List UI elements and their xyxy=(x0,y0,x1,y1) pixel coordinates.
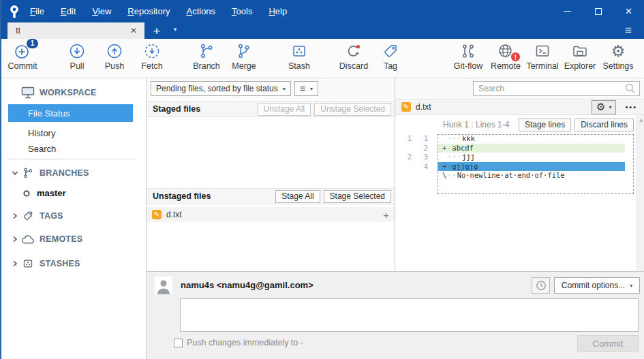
sidebar: WORKSPACE File Status History Search BRA… xyxy=(1,78,147,359)
chevron-right-icon[interactable] xyxy=(10,236,20,243)
discard-lines-button[interactable]: Discard lines xyxy=(574,119,634,131)
content-area: Pending files, sorted by file status ▾ ≡… xyxy=(147,78,644,359)
menu-view[interactable]: View xyxy=(92,6,111,16)
menu-repository[interactable]: Repository xyxy=(127,6,170,16)
commit-history-clock-button[interactable] xyxy=(532,277,550,294)
push-immediately-row: Push changes immediately to - xyxy=(174,338,303,347)
toolbar-remote-button[interactable]: ! Remote xyxy=(486,42,525,76)
menu-actions[interactable]: Actions xyxy=(186,6,215,16)
file-status-pane: Pending files, sorted by file status ▾ ≡… xyxy=(147,78,395,271)
toolbar-terminal-button[interactable]: Terminal xyxy=(523,42,562,76)
toolbar-settings-button[interactable]: ⚙ Settings xyxy=(598,42,638,76)
discard-icon xyxy=(343,42,364,61)
stash-icon xyxy=(289,42,309,61)
toolbar-fetch-button[interactable]: Fetch xyxy=(132,42,172,76)
sidebar-item-search[interactable]: Search xyxy=(8,141,133,156)
tab-title: tt xyxy=(16,26,128,35)
diff-body: Hunk 1 : Lines 1-4 Stage lines Discard l… xyxy=(395,115,644,271)
toolbar-stash-button[interactable]: Stash xyxy=(279,42,319,76)
diff-line[interactable]: 2 +·abcdf xyxy=(395,144,637,153)
chevron-down-icon: ▾ xyxy=(609,104,611,110)
toolbar-branch-button[interactable]: Branch xyxy=(187,42,226,76)
terminal-icon xyxy=(532,42,553,61)
stage-selected-button[interactable]: Stage Selected xyxy=(324,190,391,203)
search-input[interactable] xyxy=(474,84,624,93)
staged-files-list[interactable] xyxy=(147,118,395,188)
avatar xyxy=(155,277,172,294)
toolbar-commit-button[interactable]: 1 Commit xyxy=(3,42,42,76)
stage-all-button[interactable]: Stage All xyxy=(275,190,320,203)
commit-author: namu4s <namu4g@gamil.com> xyxy=(181,277,313,294)
close-icon: ✕ xyxy=(625,6,632,16)
window-controls: ✕ xyxy=(552,0,644,22)
menu-help[interactable]: Help xyxy=(269,6,287,16)
toolbar: 1 Commit Pull Push Fetch Br xyxy=(1,39,644,78)
maximize-button[interactable] xyxy=(583,0,613,22)
toolbar-discard-button[interactable]: Discard xyxy=(334,42,373,76)
tab-close-icon[interactable]: ✕ xyxy=(128,26,139,35)
push-immediately-checkbox[interactable] xyxy=(174,339,183,347)
merge-icon xyxy=(234,42,254,61)
diff-options-gear-button[interactable]: ⚙ ▾ xyxy=(592,100,616,114)
diff-pane: ✎ d.txt ⚙ ▾ ••• Hunk 1 : Lines 1-4 Stage… xyxy=(395,78,644,271)
sourcetree-window: File Edit View Repository Actions Tools … xyxy=(0,0,644,359)
view-mode-dropdown[interactable]: ≡ ▾ xyxy=(294,81,318,96)
clock-icon xyxy=(536,280,547,291)
toolbar-explorer-button[interactable]: Explorer xyxy=(560,42,600,76)
commit-submit-button[interactable]: Commit xyxy=(577,335,639,352)
toolbar-gitflow-button[interactable]: Git-flow xyxy=(448,42,488,76)
fetch-icon xyxy=(142,42,162,61)
toolbar-push-button[interactable]: Push xyxy=(95,42,134,76)
chevron-down-icon[interactable] xyxy=(10,170,20,176)
commit-icon: 1 xyxy=(12,42,33,61)
diff-line[interactable]: 1 1 ···kkk xyxy=(395,134,637,144)
toolbar-tag-button[interactable]: Tag xyxy=(371,42,410,76)
sidebar-item-file-status[interactable]: File Status xyxy=(8,104,133,122)
chevron-right-icon[interactable] xyxy=(10,260,20,267)
more-options-icon[interactable]: ••• xyxy=(625,103,637,111)
gear-icon: ⚙ xyxy=(596,101,605,113)
chevron-right-icon[interactable] xyxy=(10,213,20,219)
diff-line[interactable]: 2 3 ···jjj xyxy=(395,153,637,162)
branches-icon xyxy=(20,167,35,179)
sidebar-branch-master[interactable]: master xyxy=(1,188,146,198)
diff-line[interactable]: \··No·newline·at·end·of·file xyxy=(395,171,637,181)
tab-list-chevron-icon[interactable]: ▾ xyxy=(170,26,180,35)
stage-file-plus-icon[interactable]: + xyxy=(383,209,389,221)
close-button[interactable]: ✕ xyxy=(613,0,644,22)
diff-line-selected[interactable]: 4 +·gjjgjg xyxy=(395,162,637,172)
modified-file-icon: ✎ xyxy=(401,102,411,112)
pull-icon xyxy=(67,42,87,61)
unstage-all-button[interactable]: Unstage All xyxy=(258,103,311,116)
toolbar-pull-button[interactable]: Pull xyxy=(57,42,97,76)
hamburger-menu-icon[interactable]: ≡ xyxy=(619,24,637,37)
staged-files-header: Staged files Unstage All Unstage Selecte… xyxy=(147,101,395,117)
pending-files-dropdown[interactable]: Pending files, sorted by file status ▾ xyxy=(151,81,291,96)
sidebar-section-branches[interactable]: BRANCHES xyxy=(1,167,146,179)
tags-icon xyxy=(20,210,35,222)
sidebar-workspace-header[interactable]: WORKSPACE xyxy=(1,87,146,99)
diff-scrollbar[interactable]: ▲ xyxy=(637,115,644,271)
menu-bar: File Edit View Repository Actions Tools … xyxy=(30,6,287,16)
sidebar-divider xyxy=(7,159,136,159)
menu-edit[interactable]: Edit xyxy=(61,6,76,16)
toolbar-merge-button[interactable]: Merge xyxy=(224,42,264,76)
commit-message-input[interactable] xyxy=(180,298,639,332)
chevron-down-icon: ▾ xyxy=(283,86,286,92)
unstage-selected-button[interactable]: Unstage Selected xyxy=(314,103,391,116)
repo-tab[interactable]: tt ✕ xyxy=(7,22,144,39)
sidebar-item-history[interactable]: History xyxy=(8,125,133,140)
search-icon xyxy=(624,82,637,95)
new-tab-button[interactable]: + xyxy=(149,24,165,37)
menu-tools[interactable]: Tools xyxy=(232,6,252,16)
sidebar-section-tags[interactable]: TAGS xyxy=(1,210,146,222)
menu-file[interactable]: File xyxy=(30,6,44,16)
git-flow-icon xyxy=(458,42,478,61)
minimize-button[interactable] xyxy=(552,0,583,22)
scroll-up-icon[interactable]: ▲ xyxy=(637,115,644,123)
sidebar-section-stashes[interactable]: STASHES xyxy=(1,257,146,270)
commit-options-dropdown[interactable]: Commit options... ▾ xyxy=(554,277,640,294)
stage-lines-button[interactable]: Stage lines xyxy=(519,119,571,131)
unstaged-file-row[interactable]: ✎ d.txt + xyxy=(147,207,395,222)
sidebar-section-remotes[interactable]: REMOTES xyxy=(1,234,146,245)
